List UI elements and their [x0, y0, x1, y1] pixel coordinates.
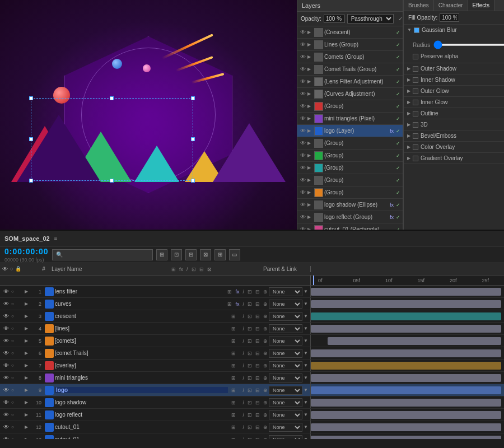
lr-vis-8[interactable]: 👁 [2, 387, 10, 393]
tab-character[interactable]: Character [434, 0, 468, 11]
effect-enable-checkbox-8[interactable] [413, 144, 418, 150]
lr-c1-2[interactable]: ⊡ [248, 314, 252, 319]
tab-brushes[interactable]: Brushes [404, 0, 434, 11]
layer-item-4[interactable]: 👁 ▶ (Lens Filter Adjustment) ✓ [297, 76, 403, 88]
lr-c2-6[interactable]: ⊟ [255, 363, 260, 368]
layer-vis-icon[interactable]: 👁 [300, 91, 306, 97]
lr-parent-select-11[interactable]: None [269, 423, 302, 432]
lr-vis-10[interactable]: 👁 [2, 412, 10, 418]
effect-enable-checkbox-2[interactable] [413, 77, 418, 83]
lr-star-1[interactable]: ⊞ [227, 301, 232, 307]
lr-vis-3[interactable]: 👁 [2, 325, 10, 332]
layer-item-5[interactable]: 👁 ▶ (Curves Adjustment) ✓ [297, 88, 403, 100]
lr-expand-8[interactable]: ▶ [25, 388, 31, 393]
lr-expand-10[interactable]: ▶ [25, 412, 31, 417]
lr-c1-1[interactable]: ⊡ [248, 301, 252, 307]
lr-solo-12[interactable]: ○ [11, 437, 17, 439]
layer-vis-icon[interactable]: 👁 [300, 115, 306, 122]
lr-vis-12[interactable]: 👁 [2, 436, 10, 439]
layer-vis-icon[interactable]: 👁 [300, 41, 306, 48]
lr-vis-11[interactable]: 👁 [2, 424, 10, 430]
preserve-alpha-checkbox[interactable] [413, 54, 418, 59]
opacity-input[interactable] [324, 15, 345, 23]
lr-slash-9[interactable]: / [242, 400, 244, 405]
lr-expand-11[interactable]: ▶ [25, 424, 31, 430]
lr-c1-6[interactable]: ⊡ [248, 363, 252, 368]
lr-expand-4[interactable]: ▶ [25, 338, 31, 343]
layer-item-16[interactable]: 👁 ▶ cutout_01 (Rectangle) ✓ [297, 223, 403, 230]
layer-item-13[interactable]: 👁 ▶ (Group) ✓ [297, 186, 403, 199]
lr-solo-8[interactable]: ○ [11, 388, 17, 393]
timeline-layer-4[interactable]: 👁 ○ ▶ 5 [comets] ⊞ / ⊡ ⊟ ⊕ None ▼ [0, 335, 504, 347]
layer-vis-icon[interactable]: 👁 [300, 103, 306, 110]
effect-header-9[interactable]: ▶ Gradient Overlay [404, 153, 504, 164]
lr-star-7[interactable]: ⊞ [231, 375, 236, 381]
timeline-layer-0[interactable]: 👁 ○ ▶ 1 lens filter ⊞ fx / ⊡ ⊟ ⊕ None ▼ [0, 286, 504, 298]
effect-header-8[interactable]: ▶ Color Overlay [404, 142, 504, 152]
lr-c2-8[interactable]: ⊟ [255, 388, 260, 393]
ctrl-btn-6[interactable]: ▭ [229, 249, 240, 260]
lr-c2-0[interactable]: ⊟ [255, 289, 260, 295]
layer-item-10[interactable]: 👁 ▶ (Group) ✓ [297, 150, 403, 162]
lr-parent-select-2[interactable]: None [269, 312, 302, 321]
lr-vis-0[interactable]: 👁 [2, 288, 10, 295]
lr-slash-12[interactable]: / [242, 437, 244, 440]
lr-solo-2[interactable]: ○ [11, 314, 17, 319]
lr-slash-8[interactable]: / [242, 388, 244, 393]
layer-item-1[interactable]: 👁 ▶ Lines (Group) ✓ [297, 39, 403, 51]
effect-header-0[interactable]: ▼ Gaussian Blur [404, 25, 504, 35]
layer-vis-icon[interactable]: 👁 [300, 214, 306, 221]
effect-header-3[interactable]: ▶ Outer Glow [404, 86, 504, 96]
lr-solo-6[interactable]: ○ [11, 363, 17, 368]
layer-item-14[interactable]: 👁 ▶ logo shadow (Ellipse) fx ✓ [297, 199, 403, 211]
lr-c2-2[interactable]: ⊟ [255, 314, 260, 319]
lr-expand-2[interactable]: ▶ [25, 314, 31, 319]
lr-expand-0[interactable]: ▶ [25, 289, 31, 294]
effect-enable-checkbox-9[interactable] [413, 156, 418, 161]
lr-parent-select-6[interactable]: None [269, 361, 302, 370]
radius-slider[interactable] [433, 44, 504, 46]
lr-expand-3[interactable]: ▶ [25, 326, 31, 331]
timeline-layer-6[interactable]: 👁 ○ ▶ 7 [overlay] ⊞ / ⊡ ⊟ ⊕ None ▼ [0, 360, 504, 372]
lr-vis-5[interactable]: 👁 [2, 350, 10, 356]
layer-vis-icon[interactable]: 👁 [300, 189, 306, 196]
timeline-layer-8[interactable]: 👁 ○ ▶ 9 logo ⊞ / ⊡ ⊟ ⊕ None ▼ [0, 384, 504, 396]
lr-expand-5[interactable]: ▶ [25, 351, 31, 356]
timeline-layer-10[interactable]: 👁 ○ ▶ 11 logo reflect ⊞ / ⊡ ⊟ ⊕ None ▼ [0, 409, 504, 421]
lr-star-2[interactable]: ⊞ [231, 314, 236, 319]
lr-star-3[interactable]: ⊞ [231, 326, 236, 332]
lr-star-4[interactable]: ⊞ [231, 338, 236, 344]
layer-item-2[interactable]: 👁 ▶ Comets (Group) ✓ [297, 51, 403, 63]
lr-c2-1[interactable]: ⊟ [255, 301, 260, 307]
effect-header-6[interactable]: ▶ 3D [404, 119, 504, 130]
effect-enable-checkbox-7[interactable] [413, 133, 418, 139]
effect-enable-checkbox-3[interactable] [413, 88, 418, 94]
effect-enable-checkbox-1[interactable] [413, 66, 418, 72]
search-input[interactable] [52, 249, 153, 260]
lr-vis-4[interactable]: 👁 [2, 338, 10, 344]
ctrl-btn-1[interactable]: ⊞ [156, 249, 167, 260]
effect-header-1[interactable]: ▶ Outer Shadow [404, 63, 504, 74]
lr-slash-6[interactable]: / [242, 363, 244, 368]
lr-c1-11[interactable]: ⊡ [248, 424, 252, 430]
layer-item-3[interactable]: 👁 ▶ Comet Trails (Group) ✓ [297, 63, 403, 76]
lr-c2-12[interactable]: ⊟ [255, 437, 260, 440]
lr-slash-11[interactable]: / [242, 424, 244, 430]
lr-c1-8[interactable]: ⊡ [248, 388, 252, 393]
lr-star-9[interactable]: ⊞ [231, 400, 236, 405]
layer-vis-icon[interactable]: 👁 [300, 165, 306, 171]
lr-parent-select-7[interactable]: None [269, 374, 302, 382]
lr-slash-7[interactable]: / [242, 375, 244, 381]
lr-parent-select-4[interactable]: None [269, 337, 302, 346]
layer-item-8[interactable]: 👁 ▶ logo (Layer) fx ✓ [297, 125, 403, 137]
lr-expand-9[interactable]: ▶ [25, 400, 31, 405]
ctrl-btn-2[interactable]: ⊡ [171, 249, 182, 260]
effect-enable-checkbox-6[interactable] [413, 122, 418, 128]
layer-vis-icon[interactable]: 👁 [300, 54, 306, 60]
lr-parent-select-5[interactable]: None [269, 349, 302, 358]
timeline-layer-3[interactable]: 👁 ○ ▶ 4 [lines] ⊞ / ⊡ ⊟ ⊕ None ▼ [0, 323, 504, 335]
layer-item-9[interactable]: 👁 ▶ (Group) ✓ [297, 137, 403, 150]
lr-c1-5[interactable]: ⊡ [248, 351, 252, 356]
lr-fx-0[interactable]: fx [235, 289, 239, 295]
lr-fx-1[interactable]: fx [235, 301, 239, 307]
